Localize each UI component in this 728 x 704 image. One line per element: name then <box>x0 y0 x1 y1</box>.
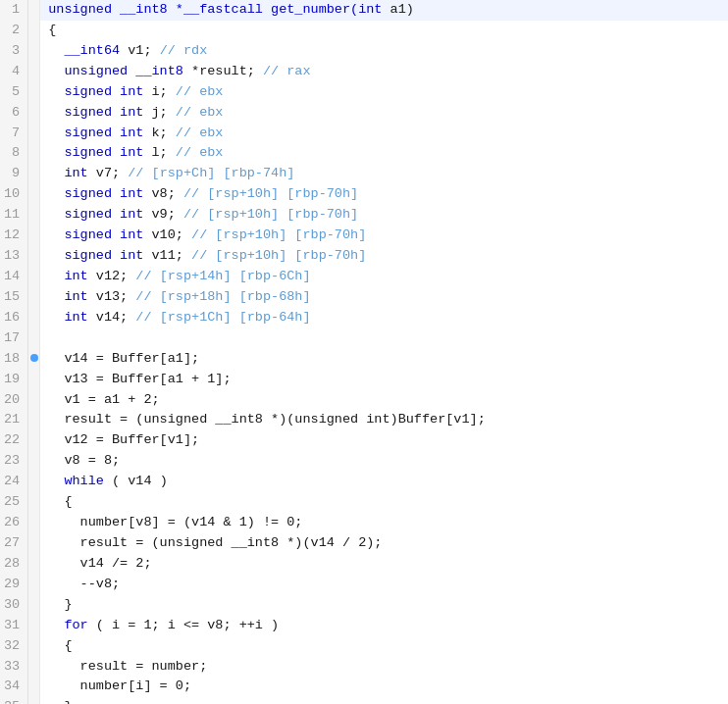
code-segment: result = (unsigned __int8 *)(unsigned in… <box>48 412 486 427</box>
line-dot <box>28 267 40 287</box>
line-number: 8 <box>0 143 28 164</box>
code-segment: *result; <box>183 64 263 78</box>
table-row: 22 v12 = Buffer[v1]; <box>0 430 728 451</box>
code-segment: // [rsp+10h] [rbp-70h] <box>183 186 358 201</box>
line-number: 15 <box>0 287 28 308</box>
line-number: 24 <box>0 472 28 492</box>
line-number: 25 <box>0 492 28 513</box>
line-code: unsigned __int8 *result; // rax <box>40 62 728 82</box>
line-code: result = (unsigned __int8 *)(unsigned in… <box>40 410 728 430</box>
code-segment: v13 = Buffer[a1 + 1]; <box>48 372 231 386</box>
code-segment: v7; <box>88 166 129 180</box>
line-code <box>40 328 728 349</box>
code-segment: int <box>48 166 88 180</box>
code-segment: signed int <box>48 207 143 222</box>
table-row: 1unsigned __int8 *__fastcall get_number(… <box>0 0 728 21</box>
line-number: 14 <box>0 267 28 287</box>
line-number: 30 <box>0 595 28 616</box>
line-dot <box>28 308 40 328</box>
line-dot <box>28 226 40 246</box>
line-code: while ( v14 ) <box>40 472 728 492</box>
line-dot <box>28 328 40 349</box>
line-dot <box>28 82 40 103</box>
line-code: v1 = a1 + 2; <box>40 390 728 411</box>
line-code: signed int l; // ebx <box>40 143 728 164</box>
line-dot <box>28 657 40 678</box>
line-number: 21 <box>0 410 28 430</box>
table-row: 18 v14 = Buffer[a1]; <box>0 349 728 370</box>
line-code: __int64 v1; // rdx <box>40 41 728 62</box>
line-number: 12 <box>0 226 28 246</box>
code-segment: v14 /= 2; <box>48 556 151 571</box>
line-dot <box>28 595 40 616</box>
table-row: 25 { <box>0 492 728 513</box>
line-dot <box>28 246 40 267</box>
line-number: 23 <box>0 451 28 472</box>
line-dot <box>28 575 40 595</box>
code-segment: // rdx <box>160 43 208 58</box>
code-segment: for <box>64 618 87 632</box>
line-number: 18 <box>0 349 28 370</box>
table-row: 35 } <box>0 697 728 704</box>
line-number: 27 <box>0 533 28 554</box>
code-segment: --v8; <box>48 577 120 591</box>
table-row: 11 signed int v9; // [rsp+10h] [rbp-70h] <box>0 205 728 226</box>
line-dot <box>28 533 40 554</box>
code-segment: // ebx <box>176 126 224 140</box>
line-dot <box>28 370 40 390</box>
code-segment: signed int <box>48 84 143 99</box>
code-segment: v8; <box>143 186 183 201</box>
table-row: 33 result = number; <box>0 657 728 678</box>
line-code: int v14; // [rsp+1Ch] [rbp-64h] <box>40 308 728 328</box>
table-row: 31 for ( i = 1; i <= v8; ++i ) <box>0 616 728 636</box>
line-dot <box>28 636 40 657</box>
line-code: result = number; <box>40 657 728 678</box>
line-dot <box>28 103 40 124</box>
line-number: 34 <box>0 677 28 697</box>
line-number: 26 <box>0 513 28 533</box>
code-segment: j; <box>143 105 175 120</box>
code-segment: { <box>48 638 72 653</box>
code-segment: l; <box>143 145 175 160</box>
table-row: 19 v13 = Buffer[a1 + 1]; <box>0 370 728 390</box>
code-segment: result = number; <box>48 659 207 674</box>
table-row: 9 int v7; // [rsp+Ch] [rbp-74h] <box>0 164 728 184</box>
code-segment: signed int <box>48 248 143 263</box>
table-row: 30 } <box>0 595 728 616</box>
line-dot <box>28 554 40 575</box>
line-code: signed int v8; // [rsp+10h] [rbp-70h] <box>40 184 728 205</box>
line-dot <box>28 472 40 492</box>
code-segment: unsigned __int8 *__fastcall get_number( <box>48 2 358 17</box>
code-segment: signed int <box>48 227 143 242</box>
code-segment: // [rsp+Ch] [rbp-74h] <box>128 166 294 180</box>
line-number: 13 <box>0 246 28 267</box>
code-editor: 1unsigned __int8 *__fastcall get_number(… <box>0 0 728 704</box>
table-row: 17 <box>0 328 728 349</box>
code-segment: v8 = 8; <box>48 453 120 468</box>
code-segment: k; <box>143 126 175 140</box>
line-code: { <box>40 21 728 41</box>
line-dot <box>28 390 40 411</box>
table-row: 27 result = (unsigned __int8 *)(v14 / 2)… <box>0 533 728 554</box>
code-segment <box>48 474 64 488</box>
line-code: unsigned __int8 *__fastcall get_number(i… <box>40 0 728 21</box>
line-code: number[v8] = (v14 & 1) != 0; <box>40 513 728 533</box>
line-code: } <box>40 595 728 616</box>
line-code: { <box>40 492 728 513</box>
table-row: 24 while ( v14 ) <box>0 472 728 492</box>
table-row: 14 int v12; // [rsp+14h] [rbp-6Ch] <box>0 267 728 287</box>
code-segment: // ebx <box>176 145 224 160</box>
code-segment: { <box>48 494 72 509</box>
code-segment: int <box>48 269 88 283</box>
code-segment: v9; <box>143 207 183 222</box>
line-dot <box>28 430 40 451</box>
line-dot <box>28 0 40 21</box>
code-segment: v12 = Buffer[v1]; <box>48 432 199 447</box>
code-segment: v14; <box>88 310 136 325</box>
line-code: v13 = Buffer[a1 + 1]; <box>40 370 728 390</box>
line-dot <box>28 143 40 164</box>
code-segment: v14 = Buffer[a1]; <box>48 351 199 366</box>
line-code: int v13; // [rsp+18h] [rbp-68h] <box>40 287 728 308</box>
code-segment: // [rsp+10h] [rbp-70h] <box>183 207 358 222</box>
line-dot <box>28 349 40 370</box>
